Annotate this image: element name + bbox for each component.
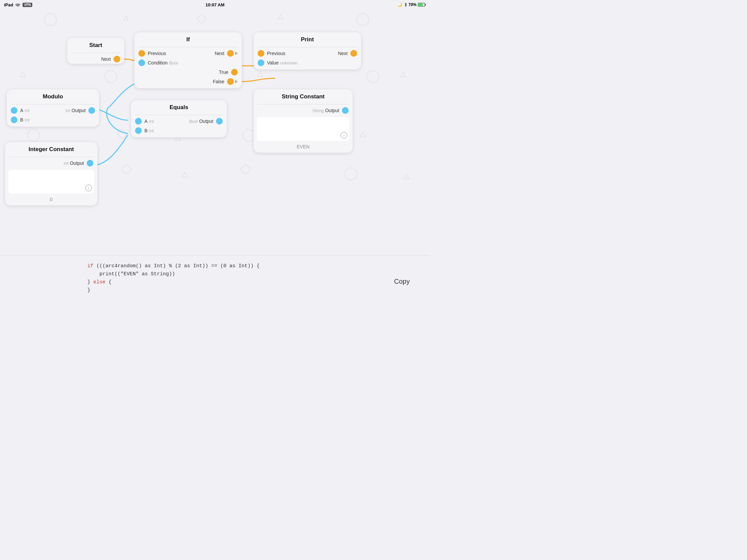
start-next-label: Next bbox=[101, 56, 111, 62]
equals-a-label: A bbox=[145, 118, 148, 124]
start-node: Start Next bbox=[67, 38, 124, 64]
string-const-node-title: String Constant bbox=[254, 89, 353, 103]
svg-marker-14 bbox=[258, 72, 263, 77]
modulo-a-port[interactable] bbox=[11, 107, 18, 114]
svg-marker-16 bbox=[401, 72, 406, 77]
equals-out-type: Bool bbox=[189, 119, 198, 124]
wifi-icon bbox=[15, 3, 21, 7]
svg-point-20 bbox=[242, 129, 255, 141]
modulo-a-label: A bbox=[20, 108, 23, 113]
code-line4: } bbox=[87, 286, 342, 294]
equals-a-port[interactable] bbox=[135, 118, 142, 125]
start-next-port[interactable] bbox=[113, 56, 120, 62]
status-bar: iPad VPN 10:07 AM 🌙 70% bbox=[0, 0, 430, 9]
string-const-input-area[interactable]: i bbox=[257, 117, 349, 141]
string-const-out-port[interactable] bbox=[342, 107, 349, 114]
string-const-out-label: Output bbox=[325, 108, 339, 113]
svg-point-0 bbox=[18, 6, 19, 7]
if-condition-label: Condition bbox=[148, 60, 168, 65]
print-value-type: unknown bbox=[280, 60, 298, 65]
print-node: Print Previous Next Value unknown bbox=[254, 32, 361, 70]
svg-point-10 bbox=[357, 14, 369, 26]
if-condition-type: Bool bbox=[169, 60, 178, 65]
svg-rect-4 bbox=[425, 4, 426, 6]
svg-marker-7 bbox=[124, 16, 128, 20]
if-condition-row: Condition Bool bbox=[134, 58, 242, 68]
equals-b-row: B Int bbox=[131, 126, 227, 137]
code-line4-content: } bbox=[87, 287, 91, 293]
equals-a-row: A Int Bool Output bbox=[131, 116, 227, 126]
start-next-row: Next bbox=[67, 54, 124, 64]
if-false-row: False bbox=[134, 77, 242, 88]
print-prev-port[interactable] bbox=[258, 50, 264, 57]
print-value-row: Value unknown bbox=[254, 58, 361, 70]
if-false-arrow bbox=[235, 80, 238, 83]
print-next-port[interactable] bbox=[350, 50, 357, 57]
string-const-value: EVEN bbox=[254, 143, 353, 153]
equals-a-type: Int bbox=[149, 119, 154, 124]
string-const-info-icon[interactable]: i bbox=[341, 132, 347, 139]
canvas-area: Start Next If Previous Next Condition Bo… bbox=[0, 9, 430, 255]
svg-rect-5 bbox=[418, 3, 423, 6]
if-prev-label: Previous bbox=[148, 51, 166, 56]
svg-marker-26 bbox=[404, 174, 409, 179]
equals-node: Equals A Int Bool Output B Int bbox=[131, 100, 227, 137]
code-panel: if (((arc4random() as Int) % (2 as Int))… bbox=[0, 255, 430, 322]
bluetooth-icon bbox=[404, 2, 407, 7]
equals-b-type: Int bbox=[149, 128, 154, 133]
svg-rect-18 bbox=[117, 129, 127, 139]
svg-marker-11 bbox=[20, 72, 26, 77]
modulo-b-port[interactable] bbox=[11, 116, 18, 123]
if-next-arrow bbox=[235, 52, 238, 55]
modulo-a-type: Int bbox=[25, 108, 29, 113]
svg-rect-22 bbox=[121, 164, 131, 174]
if-next-port[interactable] bbox=[227, 50, 234, 57]
int-const-info-icon[interactable]: i bbox=[85, 185, 92, 191]
int-const-out-port[interactable] bbox=[87, 160, 93, 166]
svg-point-12 bbox=[105, 71, 117, 83]
status-time: 10:07 AM bbox=[206, 2, 225, 7]
if-prev-port[interactable] bbox=[138, 50, 145, 57]
if-true-label: True bbox=[219, 70, 228, 75]
print-node-title: Print bbox=[254, 32, 361, 46]
if-false-label: False bbox=[213, 79, 224, 84]
if-condition-port[interactable] bbox=[138, 59, 145, 66]
code-line3-brace: } bbox=[87, 279, 93, 285]
code-line3-open: { bbox=[108, 279, 111, 285]
if-node-title: If bbox=[134, 32, 242, 46]
copy-button[interactable]: Copy bbox=[394, 278, 410, 285]
int-const-value: 0 bbox=[5, 195, 97, 206]
status-left: iPad VPN bbox=[4, 2, 32, 7]
int-const-node-title: Integer Constant bbox=[5, 142, 97, 156]
modulo-out-label: Output bbox=[72, 108, 86, 113]
device-label: iPad bbox=[4, 2, 13, 7]
int-const-node: Integer Constant Int Output i 0 bbox=[5, 142, 97, 206]
int-const-out-label: Output bbox=[70, 160, 84, 166]
print-value-port[interactable] bbox=[258, 59, 264, 66]
equals-node-title: Equals bbox=[131, 100, 227, 113]
int-const-input-area[interactable]: i bbox=[8, 170, 94, 193]
svg-point-6 bbox=[44, 14, 56, 26]
if-true-port[interactable] bbox=[231, 69, 238, 76]
code-line1-rest: (((arc4random() as Int) % (2 as Int)) ==… bbox=[96, 263, 260, 269]
battery-icon bbox=[418, 3, 426, 7]
svg-marker-9 bbox=[278, 15, 283, 19]
code-line1: if (((arc4random() as Int) % (2 as Int))… bbox=[87, 262, 342, 270]
modulo-b-row: B Int bbox=[7, 115, 99, 127]
if-next-label: Next bbox=[215, 51, 224, 56]
print-prev-next-row: Previous Next bbox=[254, 49, 361, 58]
if-true-row: True bbox=[134, 68, 242, 77]
svg-rect-8 bbox=[197, 14, 206, 24]
modulo-out-port[interactable] bbox=[88, 107, 95, 114]
print-value-label: Value bbox=[267, 60, 279, 65]
modulo-node-title: Modulo bbox=[7, 89, 99, 103]
equals-b-port[interactable] bbox=[135, 127, 142, 134]
int-const-type: Int bbox=[64, 161, 69, 166]
equals-out-port[interactable] bbox=[216, 118, 223, 125]
equals-out-label: Output bbox=[199, 118, 213, 124]
modulo-out-type: Int bbox=[66, 108, 70, 113]
svg-rect-24 bbox=[240, 164, 251, 174]
moon-icon: 🌙 bbox=[397, 2, 403, 7]
status-right: 🌙 70% bbox=[397, 2, 426, 7]
if-false-port[interactable] bbox=[227, 78, 234, 85]
